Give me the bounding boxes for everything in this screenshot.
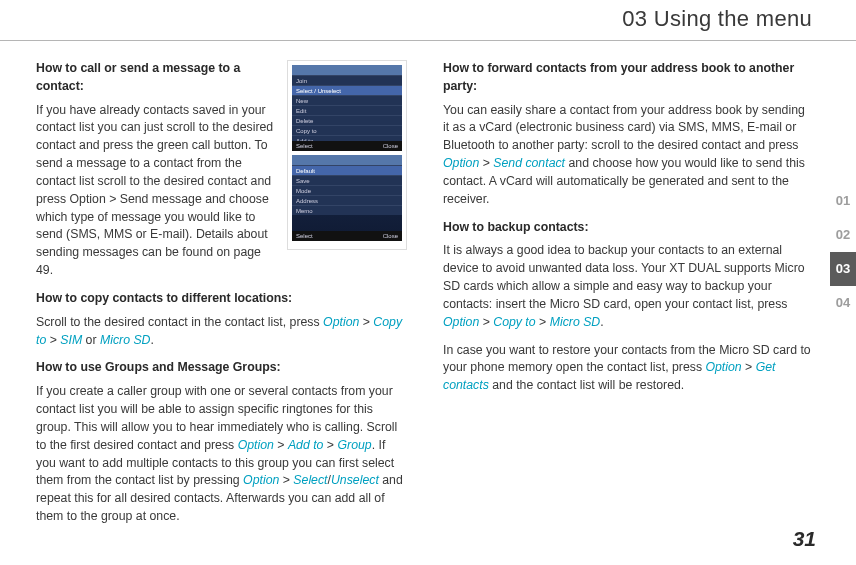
para-restore: In case you want to restore your contact… [443, 342, 814, 395]
para-forward: You can easily share a contact from your… [443, 102, 814, 209]
link-select: Select [293, 473, 327, 487]
link-group: Group [337, 438, 371, 452]
header-divider [0, 40, 856, 41]
link-add-to: Add to [288, 438, 324, 452]
phone-screenshot: Join Select / Unselect New Edit Delete C… [287, 60, 407, 250]
link-option: Option [705, 360, 741, 374]
link-option: Option [443, 156, 479, 170]
side-tabs: 01 02 03 04 [830, 184, 856, 320]
link-sim: SIM [60, 333, 82, 347]
page-number: 31 [793, 527, 816, 551]
link-option: Option [443, 315, 479, 329]
heading-forward: How to forward contacts from your addres… [443, 60, 814, 96]
phone-screen-top: Join Select / Unselect New Edit Delete C… [292, 65, 402, 151]
tab-01: 01 [830, 184, 856, 218]
chapter-title: 03 Using the menu [622, 6, 812, 32]
right-column: How to forward contacts from your addres… [443, 60, 814, 536]
tab-04: 04 [830, 286, 856, 320]
link-option: Option [243, 473, 279, 487]
heading-groups: How to use Groups and Message Groups: [36, 359, 407, 377]
page-header: 03 Using the menu [0, 0, 856, 44]
content-columns: Join Select / Unselect New Edit Delete C… [36, 60, 814, 536]
para-copy: Scroll to the desired contact in the con… [36, 314, 407, 350]
link-copy-to: Copy to [493, 315, 535, 329]
para-backup: It is always a good idea to backup your … [443, 242, 814, 331]
heading-copy: How to copy contacts to different locati… [36, 290, 407, 308]
left-column: Join Select / Unselect New Edit Delete C… [36, 60, 407, 536]
heading-backup: How to backup contacts: [443, 219, 814, 237]
link-micro-sd: Micro SD [550, 315, 601, 329]
link-unselect: Unselect [331, 473, 379, 487]
para-groups: If you create a caller group with one or… [36, 383, 407, 526]
link-option: Option [323, 315, 359, 329]
link-option: Option [238, 438, 274, 452]
link-send-contact: Send contact [493, 156, 565, 170]
link-micro-sd: Micro SD [100, 333, 151, 347]
tab-03: 03 [830, 252, 856, 286]
phone-screen-bottom: Default Save Mode Address Memo SelectClo… [292, 155, 402, 241]
tab-02: 02 [830, 218, 856, 252]
